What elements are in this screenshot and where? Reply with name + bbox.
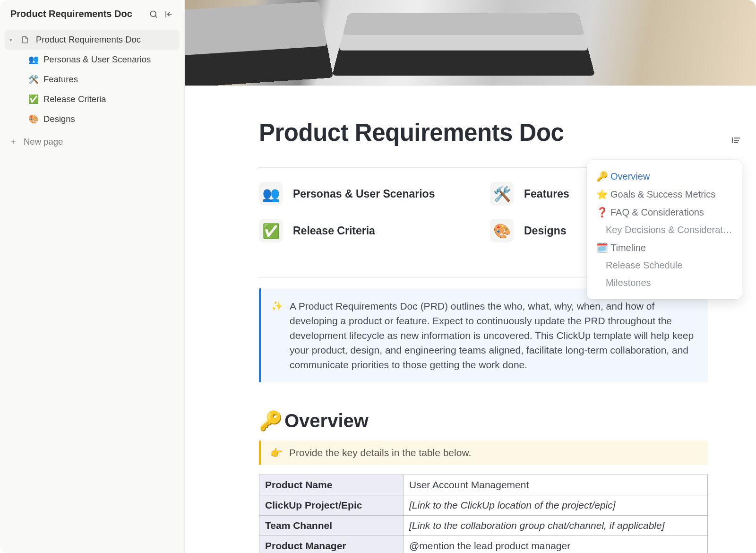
- features-emoji-icon: 🛠️: [28, 74, 39, 85]
- overview-title: Overview: [284, 410, 369, 432]
- main: 🔑 Overview ⭐ Goals & Success Metrics ❓ F…: [185, 0, 756, 553]
- card-label: Personas & User Scenarios: [293, 188, 435, 200]
- table-row[interactable]: ClickUp Project/Epic [Link to the ClickU…: [259, 495, 708, 516]
- content: 🔑 Overview ⭐ Goals & Success Metrics ❓ F…: [185, 86, 756, 553]
- toc-label: Timeline: [610, 242, 646, 253]
- new-page-label: New page: [24, 137, 63, 147]
- card-label: Designs: [524, 225, 566, 237]
- tree-item-label: Release Criteria: [43, 94, 106, 104]
- page-title: Product Requirements Doc: [259, 119, 708, 147]
- toc-label: Release Schedule: [606, 260, 682, 271]
- table-key: Product Manager: [259, 536, 404, 553]
- toc-label: Key Decisions & Consideratio…: [606, 225, 732, 235]
- plus-icon: [9, 138, 17, 146]
- sidebar-header: Product Requirements Doc: [0, 0, 184, 27]
- tree-item-designs[interactable]: 🎨 Designs: [5, 109, 180, 129]
- table-value[interactable]: User Account Management: [404, 475, 708, 495]
- overview-heading: 🔑 Overview: [259, 410, 708, 432]
- sidebar: Product Requirements Doc ▾ Product Requi…: [0, 0, 185, 553]
- question-emoji-icon: ❓: [596, 207, 607, 218]
- table-row[interactable]: Team Channel [Link to the collaboration …: [259, 516, 708, 536]
- toc-item-decisions[interactable]: Key Decisions & Consideratio…: [592, 221, 737, 239]
- designs-emoji-icon: 🎨: [28, 114, 39, 124]
- intro-callout: ✨ A Product Requirements Doc (PRD) outli…: [259, 288, 708, 382]
- tree-item-label: Features: [43, 74, 78, 85]
- designs-emoji-icon: 🎨: [490, 219, 514, 242]
- subpage-card-release[interactable]: ✅ Release Criteria: [259, 219, 477, 242]
- tree-item-root[interactable]: ▾ Product Requirements Doc: [5, 30, 180, 50]
- table-value[interactable]: [Link to the collaboration group chat/ch…: [404, 516, 708, 536]
- outline-toggle-icon[interactable]: [730, 135, 742, 146]
- sparkles-emoji-icon: ✨: [271, 299, 283, 372]
- toc-label: FAQ & Considerations: [610, 207, 704, 218]
- toc-item-release-schedule[interactable]: Release Schedule: [592, 257, 737, 274]
- table-key: Product Name: [259, 475, 404, 495]
- personas-emoji-icon: 👥: [28, 54, 39, 65]
- personas-emoji-icon: 👥: [259, 182, 283, 206]
- table-value[interactable]: @mention the lead product manager: [404, 536, 708, 553]
- collapse-sidebar-icon[interactable]: [163, 9, 174, 19]
- table-key: ClickUp Project/Epic: [259, 495, 404, 516]
- release-emoji-icon: ✅: [28, 94, 39, 104]
- tree-item-release[interactable]: ✅ Release Criteria: [5, 89, 180, 109]
- page-icon: [21, 35, 31, 44]
- key-emoji-icon: 🔑: [596, 171, 607, 182]
- release-emoji-icon: ✅: [259, 219, 283, 242]
- cover-image[interactable]: [185, 0, 756, 86]
- table-row[interactable]: Product Name User Account Management: [259, 475, 708, 495]
- table-row[interactable]: Product Manager @mention the lead produc…: [259, 536, 708, 553]
- overview-table: Product Name User Account Management Cli…: [259, 475, 708, 553]
- pointing-emoji-icon: 👉: [270, 447, 283, 458]
- toc-item-goals[interactable]: ⭐ Goals & Success Metrics: [592, 185, 737, 203]
- tree-item-label: Personas & User Scenarios: [43, 54, 151, 65]
- page-tree: ▾ Product Requirements Doc 👥 Personas & …: [0, 27, 184, 132]
- calendar-emoji-icon: 🗓️: [596, 242, 607, 253]
- new-page-button[interactable]: New page: [0, 132, 184, 152]
- tree-item-personas[interactable]: 👥 Personas & User Scenarios: [5, 50, 180, 69]
- toc-label: Goals & Success Metrics: [610, 189, 715, 200]
- chevron-down-icon[interactable]: ▾: [9, 36, 16, 43]
- search-icon[interactable]: [148, 9, 159, 19]
- toc-popover: 🔑 Overview ⭐ Goals & Success Metrics ❓ F…: [587, 160, 742, 299]
- subpage-card-personas[interactable]: 👥 Personas & User Scenarios: [259, 182, 477, 206]
- toc-label: Overview: [610, 171, 650, 182]
- card-label: Release Criteria: [293, 225, 375, 237]
- svg-point-0: [150, 11, 156, 17]
- table-value[interactable]: [Link to the ClickUp location of the pro…: [404, 495, 708, 516]
- star-emoji-icon: ⭐: [596, 189, 607, 200]
- features-emoji-icon: 🛠️: [490, 182, 514, 206]
- card-label: Features: [524, 188, 569, 200]
- toc-item-faq[interactable]: ❓ FAQ & Considerations: [592, 203, 737, 221]
- key-emoji-icon: 🔑: [259, 410, 283, 432]
- toc-item-overview[interactable]: 🔑 Overview: [592, 167, 737, 185]
- sidebar-title: Product Requirements Doc: [10, 9, 144, 19]
- tree-item-features[interactable]: 🛠️ Features: [5, 69, 180, 89]
- page-body: Product Requirements Doc 👥 Personas & Us…: [259, 86, 708, 553]
- hint-text: Provide the key details in the table bel…: [289, 447, 471, 458]
- table-key: Team Channel: [259, 516, 404, 536]
- tree-item-label: Designs: [43, 114, 75, 124]
- hint-callout: 👉 Provide the key details in the table b…: [259, 441, 708, 465]
- toc-label: Milestones: [606, 277, 651, 288]
- toc-item-milestones[interactable]: Milestones: [592, 274, 737, 292]
- toc-item-timeline[interactable]: 🗓️ Timeline: [592, 239, 737, 257]
- callout-text: A Product Requirements Doc (PRD) outline…: [290, 299, 696, 372]
- svg-line-1: [155, 16, 157, 17]
- tree-item-label: Product Requirements Doc: [36, 35, 141, 45]
